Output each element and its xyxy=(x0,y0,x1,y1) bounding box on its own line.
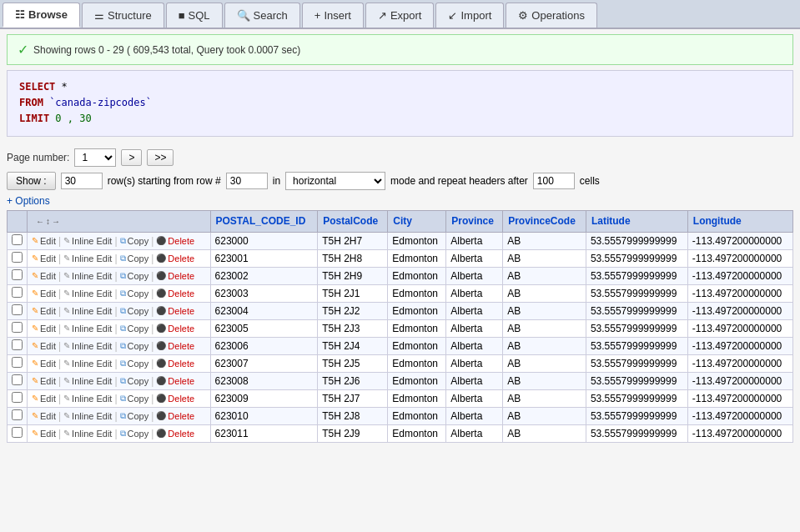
th-city[interactable]: City xyxy=(388,210,446,232)
row-checkbox[interactable] xyxy=(12,427,23,438)
inline-edit-link[interactable]: Inline Edit xyxy=(72,411,112,421)
cell-province-code: AB xyxy=(503,319,586,337)
options-link[interactable]: + Options xyxy=(7,193,50,208)
tab-browse[interactable]: ☷ Browse xyxy=(3,3,80,28)
row-checkbox[interactable] xyxy=(12,322,23,333)
inline-edit-link[interactable]: Inline Edit xyxy=(72,253,112,263)
delete-link[interactable]: Delete xyxy=(168,376,194,386)
row-checkbox[interactable] xyxy=(12,409,23,420)
inline-edit-link[interactable]: Inline Edit xyxy=(72,306,112,316)
last-page-button[interactable]: >> xyxy=(147,149,174,166)
copy-link[interactable]: Copy xyxy=(128,341,149,351)
th-latitude[interactable]: Latitude xyxy=(586,210,687,232)
th-province-code[interactable]: ProvinceCode xyxy=(503,210,586,232)
copy-link[interactable]: Copy xyxy=(128,411,149,421)
edit-link[interactable]: Edit xyxy=(40,324,56,334)
copy-link[interactable]: Copy xyxy=(128,253,149,263)
arrow-right-icon[interactable]: → xyxy=(52,217,60,226)
delete-link[interactable]: Delete xyxy=(168,411,194,421)
inline-edit-link[interactable]: Inline Edit xyxy=(72,289,112,299)
edit-link[interactable]: Edit xyxy=(40,253,56,263)
delete-link[interactable]: Delete xyxy=(168,324,194,334)
inline-edit-link[interactable]: Inline Edit xyxy=(72,376,112,386)
arrow-left-icon[interactable]: ← xyxy=(36,217,44,226)
starting-row-input[interactable] xyxy=(226,173,268,189)
delete-link[interactable]: Delete xyxy=(168,289,194,299)
inline-edit-link[interactable]: Inline Edit xyxy=(72,324,112,334)
th-longitude[interactable]: Longitude xyxy=(687,210,792,232)
delete-link[interactable]: Delete xyxy=(168,271,194,281)
row-checkbox[interactable] xyxy=(12,287,23,298)
tab-export[interactable]: ↗ Export xyxy=(365,3,435,28)
table-row: ✎ Edit | ✎ Inline Edit | ⧉ Copy | ⚫ Dele… xyxy=(8,302,793,319)
copy-link[interactable]: Copy xyxy=(128,236,149,246)
inline-edit-link[interactable]: Inline Edit xyxy=(72,429,112,439)
cell-province: Alberta xyxy=(446,337,503,354)
inline-edit-link[interactable]: Inline Edit xyxy=(72,394,112,404)
inline-edit-link[interactable]: Inline Edit xyxy=(72,341,112,351)
edit-link[interactable]: Edit xyxy=(40,289,56,299)
display-mode-select[interactable]: horizontal vertical grid xyxy=(285,172,385,190)
table-row: ✎ Edit | ✎ Inline Edit | ⧉ Copy | ⚫ Dele… xyxy=(8,337,793,354)
inline-edit-link[interactable]: Inline Edit xyxy=(72,271,112,281)
row-checkbox[interactable] xyxy=(12,392,23,403)
copy-link[interactable]: Copy xyxy=(128,306,149,316)
delete-icon: ⚫ xyxy=(156,324,166,333)
delete-link[interactable]: Delete xyxy=(168,306,194,316)
cell-city: Edmonton xyxy=(388,319,446,337)
inline-edit-link[interactable]: Inline Edit xyxy=(72,359,112,369)
delete-link[interactable]: Delete xyxy=(168,359,194,369)
edit-link[interactable]: Edit xyxy=(40,341,56,351)
row-checkbox[interactable] xyxy=(12,304,23,315)
cell-city: Edmonton xyxy=(388,337,446,354)
sep3: | xyxy=(151,428,153,439)
delete-link[interactable]: Delete xyxy=(168,429,194,439)
row-checkbox-cell xyxy=(8,407,28,424)
inline-edit-link[interactable]: Inline Edit xyxy=(72,236,112,246)
copy-link[interactable]: Copy xyxy=(128,429,149,439)
cell-city: Edmonton xyxy=(388,302,446,319)
row-checkbox[interactable] xyxy=(12,234,23,245)
edit-link[interactable]: Edit xyxy=(40,271,56,281)
tab-structure[interactable]: ⚌ Structure xyxy=(82,3,164,28)
headers-repeat-input[interactable] xyxy=(533,173,575,189)
tab-sql[interactable]: ■ SQL xyxy=(166,3,223,28)
edit-link[interactable]: Edit xyxy=(40,376,56,386)
edit-link[interactable]: Edit xyxy=(40,429,56,439)
copy-link[interactable]: Copy xyxy=(128,376,149,386)
next-page-button[interactable]: > xyxy=(121,149,142,166)
delete-link[interactable]: Delete xyxy=(168,236,194,246)
row-checkbox[interactable] xyxy=(12,374,23,385)
row-checkbox[interactable] xyxy=(12,357,23,368)
page-number-select[interactable]: 1 xyxy=(74,148,116,167)
th-province[interactable]: Province xyxy=(446,210,503,232)
show-button[interactable]: Show : xyxy=(7,172,56,190)
sep1: | xyxy=(58,375,61,387)
delete-link[interactable]: Delete xyxy=(168,394,194,404)
tab-search[interactable]: 🔍 Search xyxy=(224,3,300,28)
copy-link[interactable]: Copy xyxy=(128,359,149,369)
copy-link[interactable]: Copy xyxy=(128,271,149,281)
delete-link[interactable]: Delete xyxy=(168,341,194,351)
copy-link[interactable]: Copy xyxy=(128,324,149,334)
th-postal-code-id[interactable]: POSTAL_CODE_ID xyxy=(210,210,318,232)
copy-link[interactable]: Copy xyxy=(128,394,149,404)
th-postal-code[interactable]: PostalCode xyxy=(318,210,388,232)
row-checkbox[interactable] xyxy=(12,252,23,263)
copy-icon: ⧉ xyxy=(120,341,126,351)
sql-from-kw: FROM xyxy=(19,97,43,108)
edit-link[interactable]: Edit xyxy=(40,411,56,421)
tab-import[interactable]: ↙ Import xyxy=(435,3,504,28)
tab-insert[interactable]: + Insert xyxy=(302,3,364,28)
arrow-updown-icon[interactable]: ↕ xyxy=(46,217,50,226)
edit-link[interactable]: Edit xyxy=(40,306,56,316)
rows-count-input[interactable] xyxy=(61,173,103,189)
edit-link[interactable]: Edit xyxy=(40,394,56,404)
edit-link[interactable]: Edit xyxy=(40,359,56,369)
copy-link[interactable]: Copy xyxy=(128,289,149,299)
delete-link[interactable]: Delete xyxy=(168,253,194,263)
edit-link[interactable]: Edit xyxy=(40,236,56,246)
row-checkbox[interactable] xyxy=(12,339,23,350)
tab-operations[interactable]: ⚙ Operations xyxy=(506,3,597,28)
row-checkbox[interactable] xyxy=(12,269,23,280)
